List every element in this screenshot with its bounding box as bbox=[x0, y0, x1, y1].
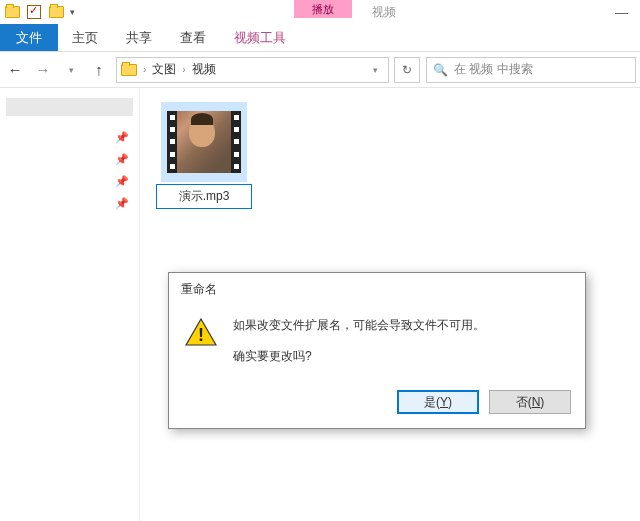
folder-icon[interactable] bbox=[4, 4, 20, 20]
address-bar[interactable]: › 文图 › 视频 ▾ bbox=[116, 57, 389, 83]
search-input[interactable]: 🔍 在 视频 中搜索 bbox=[426, 57, 636, 83]
view-tab[interactable]: 查看 bbox=[166, 24, 220, 51]
quick-access-toolbar: ▾ bbox=[4, 4, 75, 20]
minimize-button[interactable]: — bbox=[615, 5, 628, 20]
sidebar-section[interactable] bbox=[6, 98, 133, 116]
home-tab[interactable]: 主页 bbox=[58, 24, 112, 51]
yes-button[interactable]: 是(Y) bbox=[397, 390, 479, 414]
chevron-right-icon[interactable]: › bbox=[143, 64, 146, 75]
sidebar-item[interactable]: 📌 bbox=[0, 148, 139, 170]
folder-open-icon[interactable] bbox=[48, 4, 64, 20]
video-tools-tab[interactable]: 视频工具 bbox=[220, 24, 300, 51]
pin-icon: 📌 bbox=[115, 175, 129, 188]
breadcrumb-segment[interactable]: 视频 bbox=[192, 61, 216, 78]
sidebar-item[interactable]: 📌 bbox=[0, 170, 139, 192]
window-title: 视频 bbox=[372, 4, 396, 21]
contextual-tab-header: 播放 bbox=[294, 0, 352, 18]
dialog-message: 如果改变文件扩展名，可能会导致文件不可用。 确实要更改吗? bbox=[233, 316, 485, 366]
file-name-editor[interactable]: 演示.mp3 bbox=[156, 184, 252, 209]
rename-dialog: 重命名 ! 如果改变文件扩展名，可能会导致文件不可用。 确实要更改吗? 是(Y)… bbox=[168, 272, 586, 429]
title-bar: ▾ 播放 视频 — bbox=[0, 0, 640, 24]
warning-icon: ! bbox=[185, 318, 217, 346]
sidebar-item[interactable]: 📌 bbox=[0, 126, 139, 148]
pin-icon: 📌 bbox=[115, 153, 129, 166]
pin-icon: 📌 bbox=[115, 131, 129, 144]
window-controls: — bbox=[615, 5, 636, 20]
dialog-buttons: 是(Y) 否(N) bbox=[169, 382, 585, 428]
file-tab[interactable]: 文件 bbox=[0, 24, 58, 51]
back-button[interactable]: ← bbox=[4, 59, 26, 81]
navigation-bar: ← → ▾ ↑ › 文图 › 视频 ▾ ↻ 🔍 在 视频 中搜索 bbox=[0, 52, 640, 88]
file-thumbnail bbox=[161, 102, 247, 182]
chevron-right-icon[interactable]: › bbox=[182, 64, 185, 75]
folder-icon bbox=[121, 64, 137, 76]
refresh-button[interactable]: ↻ bbox=[394, 57, 420, 83]
ribbon-tabs: 文件 主页 共享 查看 视频工具 bbox=[0, 24, 640, 52]
pin-icon: 📌 bbox=[115, 197, 129, 210]
forward-button[interactable]: → bbox=[32, 59, 54, 81]
recent-dropdown-icon[interactable]: ▾ bbox=[60, 59, 82, 81]
dialog-line2: 确实要更改吗? bbox=[233, 347, 485, 366]
search-icon: 🔍 bbox=[433, 63, 448, 77]
dialog-title: 重命名 bbox=[169, 273, 585, 306]
file-item[interactable]: 演示.mp3 bbox=[156, 102, 252, 209]
properties-icon[interactable] bbox=[26, 4, 42, 20]
breadcrumb-segment[interactable]: 文图 bbox=[152, 61, 176, 78]
up-button[interactable]: ↑ bbox=[88, 59, 110, 81]
sidebar-item[interactable]: 📌 bbox=[0, 192, 139, 214]
dialog-line1: 如果改变文件扩展名，可能会导致文件不可用。 bbox=[233, 316, 485, 335]
navigation-sidebar[interactable]: 📌 📌 📌 📌 bbox=[0, 88, 140, 521]
no-button[interactable]: 否(N) bbox=[489, 390, 571, 414]
contextual-tab-group: 播放 bbox=[294, 0, 352, 24]
share-tab[interactable]: 共享 bbox=[112, 24, 166, 51]
search-placeholder: 在 视频 中搜索 bbox=[454, 61, 533, 78]
address-dropdown-icon[interactable]: ▾ bbox=[367, 65, 384, 75]
svg-text:!: ! bbox=[198, 325, 204, 345]
